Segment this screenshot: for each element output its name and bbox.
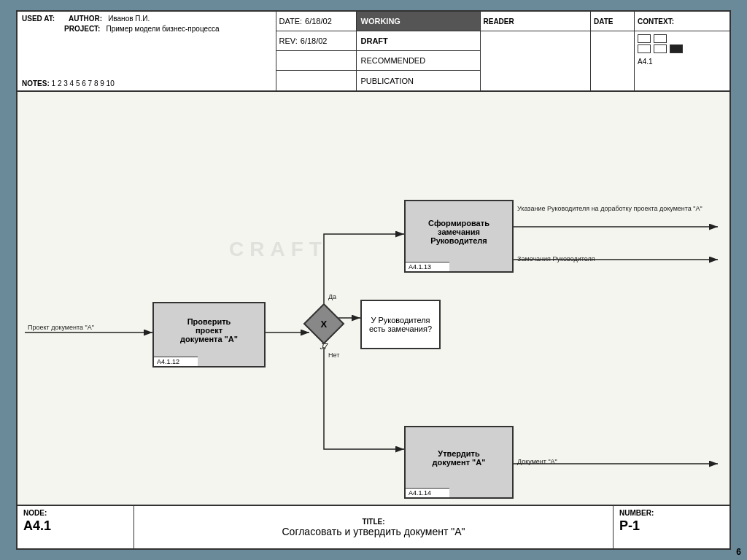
decision-text: У Руководителя есть замечания?	[369, 316, 432, 333]
box2-id: A4.1.13	[406, 262, 449, 271]
header: USED AT: AUTHOR: Иванов П.И. PROJECT: Пр…	[18, 12, 729, 92]
publication-status: PUBLICATION	[357, 71, 480, 90]
header-left: USED AT: AUTHOR: Иванов П.И. PROJECT: Пр…	[18, 12, 276, 90]
title-value: Согласовать и утвердить документ "А"	[282, 526, 465, 537]
main-content: CRAFT	[18, 92, 729, 505]
rev-label: REV:	[279, 36, 298, 45]
date-label: DATE:	[279, 17, 303, 26]
working-status: WORKING	[357, 12, 480, 31]
context-row-1	[638, 34, 727, 43]
number-value: P-1	[619, 518, 724, 534]
footer-number: NUMBER: P-1	[613, 506, 729, 548]
no-label: Нет	[328, 351, 339, 359]
box3: Утвердить документ "А" A4.1.14	[404, 426, 514, 499]
footer-node: NODE: A4.1	[18, 506, 134, 548]
junction-container: X J7	[309, 309, 338, 351]
author-label: AUTHOR:	[69, 15, 102, 23]
number-label: NUMBER:	[619, 509, 724, 517]
date-header2: DATE	[591, 12, 634, 31]
page-wrapper: USED AT: AUTHOR: Иванов П.И. PROJECT: Пр…	[16, 10, 731, 550]
author-value: Иванов П.И.	[108, 15, 150, 23]
rev-value: 6/18/02	[301, 36, 328, 45]
output3-label: Документ "А"	[517, 458, 557, 465]
box1: Проверить проект документа "А" A4.1.12	[152, 302, 266, 368]
box3-id: A4.1.14	[406, 488, 449, 497]
node-label: NODE:	[23, 509, 128, 517]
draft-status: DRAFT	[357, 31, 480, 50]
junction-diamond: X	[303, 303, 345, 345]
footer: NODE: A4.1 TITLE: Согласовать и утвердит…	[18, 505, 729, 548]
box1-id: A4.1.12	[154, 357, 198, 366]
used-at-label: USED AT:	[22, 15, 55, 23]
header-date-status: DATE: 6/18/02 WORKING REV: 6/18/02 DRAFT…	[276, 12, 481, 90]
reader-header: READER	[481, 12, 591, 31]
box2: Сформировать замечания Руководителя A4.1…	[404, 200, 514, 273]
arrows-svg	[18, 92, 729, 505]
box1-title: Проверить проект документа "А"	[154, 303, 264, 357]
date-col2: DATE	[591, 12, 635, 90]
context-col: CONTEXT: A4.1	[635, 12, 729, 90]
footer-title: TITLE: Согласовать и утвердить документ …	[134, 506, 613, 548]
yes-label: Да	[328, 293, 336, 300]
ctx-box-3	[638, 44, 651, 53]
craft-watermark: CRAFT	[229, 238, 328, 261]
notes-label: NOTES:	[22, 79, 50, 88]
output2-label: Замечания Руководителя	[517, 255, 595, 262]
ctx-box-2	[654, 34, 667, 43]
date-value: 6/18/02	[305, 17, 332, 26]
ctx-box-4	[654, 44, 667, 53]
reader-col: READER	[481, 12, 592, 90]
header-reader-context: READER DATE CONTEXT: A4.1	[481, 12, 730, 90]
box2-title: Сформировать замечания Руководителя	[406, 201, 512, 262]
context-header: CONTEXT:	[635, 12, 729, 31]
junction-label: X	[321, 318, 328, 329]
project-value: Пример модели бизнес-процесса	[106, 25, 219, 33]
node-value: A4.1	[23, 518, 128, 534]
project-label: PROJECT:	[64, 25, 100, 33]
context-row-2	[638, 44, 727, 53]
page-number: 6	[736, 547, 741, 557]
decision-box: У Руководителя есть замечания?	[360, 300, 441, 349]
title-label: TITLE:	[362, 518, 384, 526]
date-row: DATE: 6/18/02	[276, 12, 357, 31]
recommended-status: RECOMMENDED	[357, 51, 480, 70]
output1-label: Указание Руководителя на доработку проек…	[517, 205, 714, 212]
rev-row: REV: 6/18/02	[276, 31, 357, 50]
input-arrow-label: Проект документа "А"	[28, 324, 94, 331]
context-boxes: A4.1	[635, 31, 729, 69]
ctx-box-5-filled	[670, 44, 683, 53]
context-node-label: A4.1	[638, 58, 727, 66]
notes-value: 1 2 3 4 5 6 7 8 9 10	[52, 79, 115, 88]
box3-title: Утвердить документ "А"	[406, 427, 512, 488]
ctx-box-1	[638, 34, 651, 43]
